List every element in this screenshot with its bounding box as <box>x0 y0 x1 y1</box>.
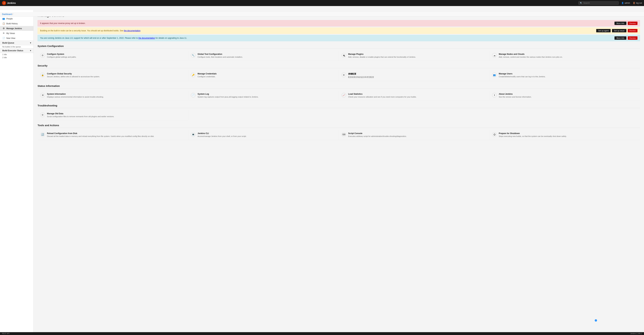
alert-java-dismiss-button[interactable]: Dismiss <box>628 36 638 40</box>
system-config-grid: ⚙ Configure System Configure global sett… <box>38 51 640 61</box>
feature-script-console[interactable]: ⌨ Script Console Executes arbitrary scri… <box>339 130 489 140</box>
jenkins-cli-icon: 💻 <box>191 132 196 137</box>
feature-about-jenkins[interactable]: ℹ About Jenkins See the version and lice… <box>489 90 640 101</box>
build-executor-label: Build Executor Status <box>2 49 23 52</box>
feature-prepare-shutdown[interactable]: ⏻ Prepare for Shutdown Stops executing n… <box>489 130 640 140</box>
feature-load-stats[interactable]: 📈 Load Statistics Check your resource ut… <box>339 90 489 101</box>
status-bar: REST API Jenkins 2.346.1 <box>0 332 644 335</box>
global-security-icon: 🔒 <box>40 72 45 77</box>
feature-system-log[interactable]: 📄 System Log System log captures output … <box>188 90 339 101</box>
status-grid: 🖥 System Information Displays various en… <box>38 90 640 101</box>
feature-authorization[interactable]: ⚙ 授權配置 配置权限控制的提供和类型配置 <box>339 70 489 81</box>
troubleshooting-grid: ⚙ Manage Old Data Scrub configuration fi… <box>38 110 640 120</box>
main-content: Manage Jenkins It appears that your reve… <box>34 10 644 335</box>
reload-config-icon: 🔄 <box>40 132 45 137</box>
manage-nodes-icon: ☁ <box>492 53 497 58</box>
manage-nodes-name: Manage Nodes and Clouds <box>499 53 562 55</box>
section-title-status: Status Information <box>38 84 640 88</box>
search-input[interactable] <box>583 2 617 4</box>
manage-old-data-desc: Scrub configuration files to remove remn… <box>47 115 114 118</box>
configure-system-name: Configure System <box>47 53 76 55</box>
new-view-icon: 📄 <box>2 37 5 39</box>
alert-builtin-doc-link[interactable]: the documentation <box>124 29 140 32</box>
logout-label: log out <box>636 2 642 4</box>
logout-link[interactable]: 🚪 log out <box>633 2 642 4</box>
authorization-desc: 配置权限控制的提供和类型配置 <box>348 76 374 78</box>
alert-java-doc-link[interactable]: the documentation <box>138 37 155 39</box>
prepare-shutdown-name: Prepare for Shutdown <box>499 132 567 135</box>
alert-builtin-setup-cloud-button[interactable]: Set up cloud <box>612 29 626 32</box>
logout-icon: 🚪 <box>633 2 635 4</box>
feature-manage-users[interactable]: 👥 Manage Users Create/delete/modify user… <box>489 70 640 81</box>
jenkins-cli-desc: Access/manage Jenkins from your shell, o… <box>198 135 246 138</box>
executor-item-1: 1 Idle <box>0 53 33 56</box>
user-icon: 👤 <box>621 2 624 4</box>
feature-global-tool[interactable]: 🔧 Global Tool Configuration Configure to… <box>188 51 339 61</box>
system-info-desc: Displays various environmental informati… <box>47 96 104 98</box>
sidebar-item-new-view[interactable]: 📄 New View <box>0 36 33 40</box>
alert-proxy-more-info-button[interactable]: More Info <box>614 22 626 25</box>
feature-manage-plugins[interactable]: 🔌 Manage Plugins Add, remove, disable or… <box>339 51 489 61</box>
alert-builtin-buttons: Set up agent Set up cloud Dismiss <box>596 29 638 32</box>
sidebar-item-my-views[interactable]: 👁 My Views <box>0 31 33 36</box>
alert-java-buttons: More Info Dismiss <box>614 36 638 40</box>
manage-credentials-icon: 🔑 <box>191 72 196 77</box>
logo-text: Jenkins <box>7 2 16 4</box>
jenkins-logo-icon: J <box>2 1 6 5</box>
alert-proxy-dismiss-button[interactable]: Dismiss <box>628 22 638 25</box>
alert-builtin: Building on the built-in node can be a s… <box>38 27 640 34</box>
feature-global-security[interactable]: 🔒 Configure Global Security Secure Jenki… <box>38 70 188 81</box>
load-stats-icon: 📈 <box>342 93 346 97</box>
feature-manage-nodes[interactable]: ☁ Manage Nodes and Clouds Add, remove, c… <box>489 51 640 61</box>
sidebar-label-people: People <box>6 17 12 20</box>
feature-reload-config[interactable]: 🔄 Reload Configuration from Disk Discard… <box>38 130 188 140</box>
executor-item-2: 2 Idle <box>0 56 33 59</box>
sidebar-item-manage-jenkins[interactable]: ⚙ Manage Jenkins <box>0 26 33 31</box>
sidebar-item-people[interactable]: 👥 People <box>0 16 33 21</box>
system-log-name: System Log <box>198 93 258 95</box>
alert-java: You are running Jenkins on Java 1.8, sup… <box>38 35 640 41</box>
section-title-tools: Tools and Actions <box>38 124 640 128</box>
rest-api-link[interactable]: REST API <box>2 333 10 335</box>
security-grid: 🔒 Configure Global Security Secure Jenki… <box>38 70 640 81</box>
user-menu[interactable]: 👤 admin <box>621 2 630 4</box>
people-icon: 👥 <box>2 17 5 20</box>
alert-proxy-text: It appears that your reverse proxy set u… <box>40 22 86 24</box>
breadcrumb-dashboard[interactable]: Dashboard <box>2 13 12 15</box>
about-jenkins-name: About Jenkins <box>499 93 532 95</box>
system-log-icon: 📄 <box>191 93 196 97</box>
sidebar-label-my-views: My Views <box>6 32 15 34</box>
load-stats-name: Load Statistics <box>348 93 416 95</box>
manage-nodes-desc: Add, remove, control and monitor the var… <box>499 56 562 58</box>
logo[interactable]: J Jenkins <box>2 1 16 5</box>
feature-jenkins-cli[interactable]: 💻 Jenkins CLI Access/manage Jenkins from… <box>188 130 339 140</box>
manage-plugins-name: Manage Plugins <box>348 53 416 55</box>
alert-proxy: It appears that your reverse proxy set u… <box>38 20 640 26</box>
manage-credentials-name: Manage Credentials <box>198 72 216 75</box>
manage-credentials-desc: Configure credentials. <box>198 75 216 78</box>
manage-users-name: Manage Users <box>499 72 546 75</box>
breadcrumb: Dashboard / <box>0 12 644 16</box>
feature-system-info[interactable]: 🖥 System Information Displays various en… <box>38 90 188 101</box>
sidebar: + New Item 👥 People 📋 Build History ⚙ Ma… <box>0 10 34 335</box>
search-icon: 🔍 <box>580 2 582 4</box>
manage-plugins-icon: 🔌 <box>342 53 346 58</box>
configure-system-icon: ⚙ <box>40 53 45 58</box>
build-queue-section[interactable]: Build Queue ▾ <box>0 40 33 45</box>
global-tool-icon: 🔧 <box>191 53 196 58</box>
build-executor-section[interactable]: Build Executor Status ▾ <box>0 48 33 53</box>
alert-builtin-text: Building on the built-in node can be a s… <box>40 29 140 32</box>
alert-builtin-setup-agent-button[interactable]: Set up agent <box>596 29 611 32</box>
alert-java-more-info-button[interactable]: More Info <box>614 36 626 40</box>
alert-builtin-dismiss-button[interactable]: Dismiss <box>628 29 638 32</box>
manage-jenkins-icon: ⚙ <box>2 27 5 30</box>
feature-manage-old-data[interactable]: ⚙ Manage Old Data Scrub configuration fi… <box>38 110 188 120</box>
jenkins-cli-name: Jenkins CLI <box>198 132 246 135</box>
manage-plugins-desc: Add, remove, disable or enable plugins t… <box>348 56 416 58</box>
load-stats-desc: Check your resource utilization and see … <box>348 96 416 98</box>
feature-configure-system[interactable]: ⚙ Configure System Configure global sett… <box>38 51 188 61</box>
reload-config-name: Reload Configuration from Disk <box>47 132 154 135</box>
feature-manage-credentials[interactable]: 🔑 Manage Credentials Configure credentia… <box>188 70 339 81</box>
search-box[interactable]: 🔍 <box>578 1 619 5</box>
sidebar-item-build-history[interactable]: 📋 Build History <box>0 21 33 26</box>
